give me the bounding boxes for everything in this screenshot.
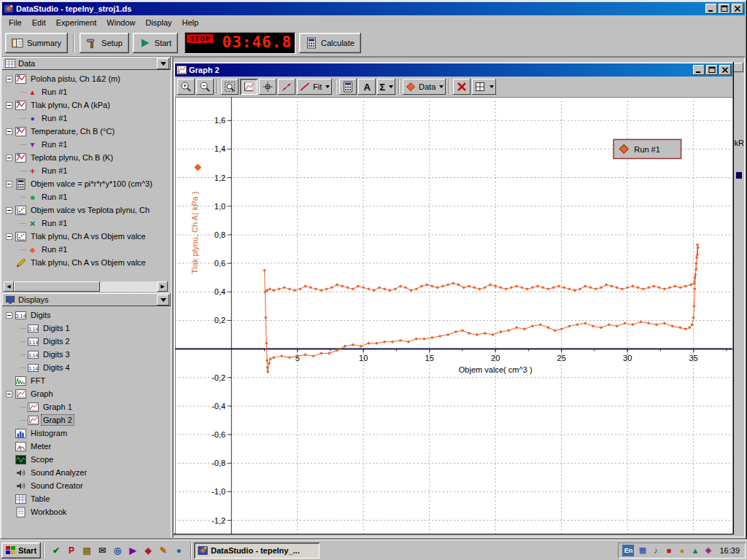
- tree-expand-toggle[interactable]: [6, 207, 12, 214]
- menu-help[interactable]: Help: [177, 17, 204, 28]
- menu-edit[interactable]: Edit: [27, 17, 51, 28]
- tree-expand-toggle[interactable]: [6, 181, 12, 187]
- menu-experiment[interactable]: Experiment: [51, 17, 102, 28]
- menu-window[interactable]: Window: [101, 17, 140, 28]
- scroll-right-button[interactable]: ▶: [158, 281, 168, 292]
- text-tool-button[interactable]: A: [358, 79, 376, 95]
- tree-expand-toggle[interactable]: [6, 155, 12, 161]
- display-item-digits-2[interactable]: Digits 2: [42, 336, 71, 346]
- delete-button[interactable]: [453, 79, 471, 95]
- data-panel-menu-button[interactable]: [157, 58, 169, 69]
- mail-icon[interactable]: ✉: [96, 544, 109, 557]
- scrollbar-track[interactable]: [14, 281, 158, 292]
- zoom-out-button[interactable]: [196, 79, 214, 95]
- menu-file[interactable]: File: [4, 17, 27, 28]
- grid-settings-button[interactable]: [472, 79, 496, 95]
- paint-icon[interactable]: ◆: [142, 544, 155, 557]
- graph-maximize-button[interactable]: [706, 65, 718, 75]
- graph-minimize-button[interactable]: [693, 65, 705, 75]
- data-item-8[interactable]: Tlak plynu, Ch A vs Objem valce: [29, 257, 147, 268]
- data-item-1[interactable]: Poloha pistu, Ch 1&2 (m): [29, 74, 122, 84]
- display-item-scope[interactable]: Scope: [29, 454, 55, 464]
- minimize-button[interactable]: [705, 4, 717, 14]
- display-item-fft[interactable]: FFT: [29, 376, 47, 386]
- statistics-menu-button[interactable]: Σ: [377, 79, 395, 95]
- document-p-icon[interactable]: P: [65, 544, 78, 557]
- cd-player-icon[interactable]: ●: [172, 544, 185, 557]
- feather-icon[interactable]: ✎: [157, 544, 170, 557]
- data-item-3[interactable]: Temperature, Ch B (°C): [29, 126, 116, 136]
- display-item-sound-analyzer[interactable]: Sound Analyzer: [29, 467, 88, 478]
- media-player-icon[interactable]: ▶: [126, 544, 139, 557]
- display-item-graph[interactable]: Graph: [29, 389, 55, 399]
- calculate-button[interactable]: [339, 79, 357, 95]
- tree-expand-toggle[interactable]: [6, 102, 12, 109]
- smart-tool-button[interactable]: [259, 79, 276, 95]
- language-indicator[interactable]: En: [622, 545, 634, 556]
- start-button[interactable]: Start: [133, 33, 178, 53]
- display-item-graph-1[interactable]: Graph 1: [42, 402, 74, 412]
- display-item-digits-4[interactable]: Digits 4: [42, 362, 71, 373]
- graph-close-button[interactable]: [719, 65, 731, 75]
- display-item-digits-3[interactable]: Digits 3: [42, 349, 71, 359]
- display-item-graph-2[interactable]: Graph 2: [42, 415, 74, 425]
- tree-expand-toggle[interactable]: [6, 128, 12, 135]
- display-tray-icon[interactable]: ▦: [637, 545, 648, 556]
- run-label[interactable]: Run #1: [40, 87, 69, 97]
- run-label[interactable]: Run #1: [40, 218, 69, 228]
- display-item-digits-1[interactable]: Digits 1: [42, 323, 71, 333]
- network-tray-icon[interactable]: ▲: [689, 545, 700, 556]
- main-titlebar: DataStudio - tepelny_stroj1.ds: [2, 2, 745, 15]
- show-desktop-icon[interactable]: ✔: [50, 544, 63, 557]
- data-menu-button[interactable]: Data: [403, 79, 446, 95]
- tree-expand-toggle[interactable]: [6, 76, 12, 82]
- close-button[interactable]: [732, 4, 743, 14]
- folder-icon[interactable]: ▤: [80, 544, 93, 557]
- data-panel-hscrollbar[interactable]: ◀ ▶: [4, 281, 168, 292]
- maximize-button[interactable]: [719, 4, 730, 14]
- series-run-1[interactable]: [263, 243, 700, 373]
- setup-button[interactable]: Setup: [80, 33, 129, 53]
- taskbar-task-datastudio[interactable]: DataStudio - tepelny_...: [194, 542, 320, 559]
- displays-panel-menu-button[interactable]: [157, 295, 169, 306]
- sound-icon: [15, 467, 26, 478]
- scheduler-tray-icon[interactable]: ●: [676, 545, 687, 556]
- updater-tray-icon[interactable]: ◆: [703, 545, 713, 556]
- slope-tool-button[interactable]: [278, 79, 295, 95]
- display-item-histogram[interactable]: Histogram: [29, 428, 69, 438]
- display-item-sound-creator[interactable]: Sound Creator: [29, 481, 85, 491]
- zoom-select-button[interactable]: [221, 79, 239, 95]
- menu-display[interactable]: Display: [140, 17, 177, 28]
- scrollbar-thumb[interactable]: [14, 281, 100, 292]
- plot-legend[interactable]: Run #1: [614, 139, 681, 158]
- tree-expand-toggle[interactable]: [6, 233, 12, 240]
- tree-expand-toggle[interactable]: [6, 391, 12, 397]
- antivirus-tray-icon[interactable]: ■: [663, 545, 674, 556]
- data-item-6[interactable]: Objem valce vs Teplota plynu, Ch: [29, 205, 151, 215]
- display-item-table[interactable]: Table: [29, 494, 51, 504]
- display-item-meter[interactable]: Meter: [29, 441, 53, 451]
- scroll-left-button[interactable]: ◀: [4, 281, 14, 292]
- graph-titlebar[interactable]: Graph 2: [175, 63, 732, 77]
- calculate-button[interactable]: Calculate: [299, 33, 361, 53]
- run-label[interactable]: Run #1: [40, 192, 69, 202]
- scale-to-fit-button[interactable]: [240, 79, 258, 95]
- plot-area[interactable]: 51015202530351,61,41,21,00,80,60,40,2-0,…: [175, 97, 732, 534]
- data-item-2[interactable]: Tlak plynu, Ch A (kPa): [29, 100, 112, 110]
- data-item-7[interactable]: Tlak plynu, Ch A vs Objem valce: [29, 231, 147, 241]
- run-label[interactable]: Run #1: [40, 244, 69, 254]
- display-item-digits[interactable]: Digits: [29, 310, 53, 320]
- tree-expand-toggle[interactable]: [6, 312, 12, 319]
- display-item-workbook[interactable]: Workbook: [29, 507, 68, 517]
- summary-button[interactable]: Summary: [5, 33, 68, 53]
- fit-menu-button[interactable]: Fit: [297, 79, 332, 95]
- browser-icon[interactable]: ◎: [111, 544, 124, 557]
- start-menu-button[interactable]: Start: [1, 542, 41, 559]
- run-label[interactable]: Run #1: [40, 139, 69, 149]
- run-label[interactable]: Run #1: [40, 166, 69, 176]
- data-item-5[interactable]: Objem valce = pi*r*r*y*100 (cm^3): [29, 179, 154, 189]
- volume-tray-icon[interactable]: ♪: [650, 545, 661, 556]
- run-label[interactable]: Run #1: [40, 113, 69, 123]
- zoom-in-button[interactable]: [177, 79, 195, 95]
- data-item-4[interactable]: Teplota plynu, Ch B (K): [29, 152, 115, 163]
